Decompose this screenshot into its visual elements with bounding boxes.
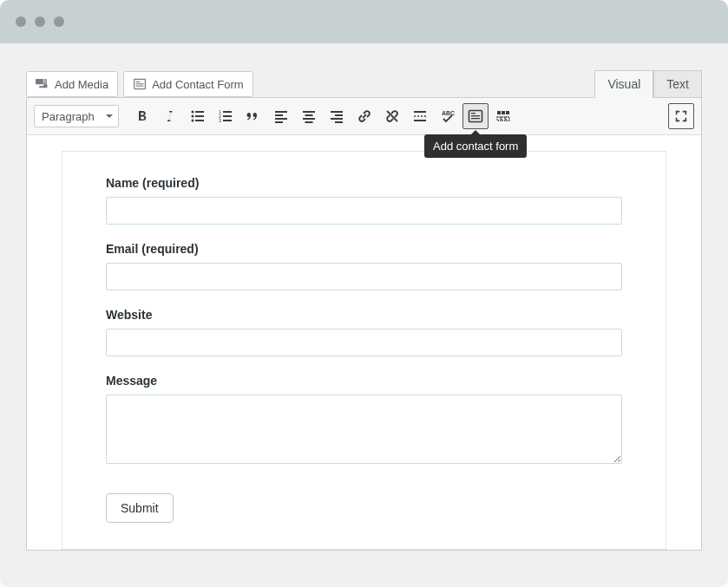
svg-rect-10 bbox=[195, 120, 204, 121]
svg-rect-31 bbox=[414, 120, 426, 121]
svg-rect-38 bbox=[497, 111, 501, 114]
svg-rect-42 bbox=[502, 117, 505, 121]
add-contact-form-button[interactable]: Add Contact Form bbox=[123, 71, 253, 97]
email-input[interactable] bbox=[106, 263, 622, 290]
add-media-button[interactable]: Add Media bbox=[26, 71, 118, 97]
submit-button[interactable]: Submit bbox=[106, 493, 174, 523]
name-input[interactable] bbox=[106, 197, 622, 225]
form-icon bbox=[133, 77, 147, 91]
bullet-list-icon bbox=[189, 108, 207, 125]
readmore-icon bbox=[411, 108, 429, 125]
svg-point-7 bbox=[192, 115, 194, 118]
svg-rect-25 bbox=[331, 111, 343, 113]
quote-icon bbox=[245, 108, 262, 125]
svg-rect-30 bbox=[414, 111, 426, 113]
svg-rect-16 bbox=[223, 120, 232, 121]
italic-icon bbox=[161, 108, 179, 125]
svg-rect-21 bbox=[303, 111, 315, 113]
svg-point-9 bbox=[192, 120, 194, 122]
svg-rect-26 bbox=[335, 114, 343, 116]
italic-button[interactable] bbox=[157, 103, 183, 129]
align-center-button[interactable] bbox=[296, 103, 322, 129]
svg-rect-2 bbox=[136, 82, 141, 82]
svg-point-5 bbox=[192, 111, 194, 114]
toolbar-toggle-button[interactable] bbox=[490, 103, 516, 129]
svg-rect-40 bbox=[506, 111, 509, 114]
field-email: Email (required) bbox=[106, 242, 622, 290]
svg-rect-41 bbox=[497, 117, 501, 121]
align-center-icon bbox=[300, 108, 318, 125]
svg-rect-20 bbox=[275, 121, 283, 123]
readmore-button[interactable] bbox=[407, 103, 433, 129]
tab-text[interactable]: Text bbox=[653, 70, 702, 98]
align-left-icon bbox=[272, 108, 290, 125]
svg-rect-28 bbox=[335, 121, 343, 123]
app-window: Add Media Add Contact Form Visual Text P… bbox=[0, 0, 728, 587]
camera-icon bbox=[36, 77, 49, 91]
tooltip: Add contact form bbox=[424, 134, 527, 158]
align-right-icon bbox=[328, 108, 345, 125]
align-right-button[interactable] bbox=[324, 103, 350, 129]
editor-shell: Paragraph 123 ABC bbox=[26, 97, 702, 551]
svg-rect-23 bbox=[303, 118, 315, 120]
media-buttons: Add Media Add Contact Form bbox=[26, 71, 253, 97]
bullet-list-button[interactable] bbox=[185, 103, 211, 129]
unlink-icon bbox=[384, 108, 401, 125]
add-media-label: Add Media bbox=[55, 78, 108, 91]
svg-rect-14 bbox=[223, 115, 232, 117]
svg-rect-27 bbox=[331, 118, 343, 120]
svg-rect-22 bbox=[305, 114, 313, 116]
svg-rect-6 bbox=[195, 111, 204, 113]
align-left-button[interactable] bbox=[268, 103, 294, 129]
add-contact-form-label: Add Contact Form bbox=[152, 78, 244, 91]
editor-tabs: Visual Text bbox=[594, 69, 702, 97]
window-dot bbox=[35, 16, 45, 27]
top-row: Add Media Add Contact Form Visual Text bbox=[26, 69, 702, 97]
field-name: Name (required) bbox=[106, 176, 622, 225]
fullscreen-button[interactable] bbox=[668, 103, 694, 129]
svg-rect-24 bbox=[305, 121, 313, 123]
editor-content: Add Media Add Contact Form Visual Text P… bbox=[0, 43, 728, 587]
spellcheck-icon: ABC bbox=[439, 108, 456, 125]
svg-rect-8 bbox=[195, 115, 204, 117]
titlebar bbox=[0, 0, 728, 43]
contact-form-icon bbox=[467, 108, 484, 125]
spellcheck-button[interactable]: ABC bbox=[435, 103, 461, 129]
tab-visual[interactable]: Visual bbox=[594, 70, 653, 98]
numbered-list-button[interactable]: 123 bbox=[213, 103, 239, 129]
message-label: Message bbox=[106, 374, 622, 388]
bold-icon bbox=[134, 108, 151, 125]
website-input[interactable] bbox=[106, 329, 622, 356]
field-website: Website bbox=[106, 308, 622, 356]
svg-rect-12 bbox=[223, 111, 232, 113]
format-select[interactable]: Paragraph bbox=[34, 105, 119, 127]
link-icon bbox=[356, 108, 373, 125]
svg-rect-3 bbox=[136, 83, 144, 84]
svg-text:ABC: ABC bbox=[442, 110, 455, 116]
blockquote-button[interactable] bbox=[240, 103, 266, 129]
website-label: Website bbox=[106, 308, 622, 322]
toolbar-toggle-icon bbox=[495, 108, 512, 125]
numbered-list-icon: 123 bbox=[217, 108, 234, 125]
contact-form-preview: Name (required) Email (required) Website… bbox=[62, 151, 666, 550]
svg-rect-39 bbox=[502, 111, 505, 114]
fullscreen-icon bbox=[673, 108, 689, 124]
svg-rect-36 bbox=[471, 115, 480, 116]
window-dot bbox=[54, 16, 64, 27]
svg-rect-35 bbox=[471, 113, 475, 114]
svg-rect-43 bbox=[506, 117, 509, 121]
name-label: Name (required) bbox=[106, 176, 622, 190]
contact-form-toolbar-button[interactable] bbox=[462, 103, 489, 129]
link-button[interactable] bbox=[351, 103, 377, 129]
unlink-button[interactable] bbox=[379, 103, 405, 129]
svg-rect-18 bbox=[275, 114, 283, 116]
message-textarea[interactable] bbox=[106, 395, 622, 464]
svg-rect-4 bbox=[136, 86, 144, 87]
svg-rect-37 bbox=[471, 118, 480, 119]
svg-rect-17 bbox=[275, 111, 287, 113]
window-dot bbox=[16, 16, 26, 27]
email-label: Email (required) bbox=[106, 242, 622, 256]
editor-canvas[interactable]: Name (required) Email (required) Website… bbox=[27, 135, 701, 550]
svg-text:3: 3 bbox=[219, 118, 221, 123]
bold-button[interactable] bbox=[129, 103, 155, 129]
